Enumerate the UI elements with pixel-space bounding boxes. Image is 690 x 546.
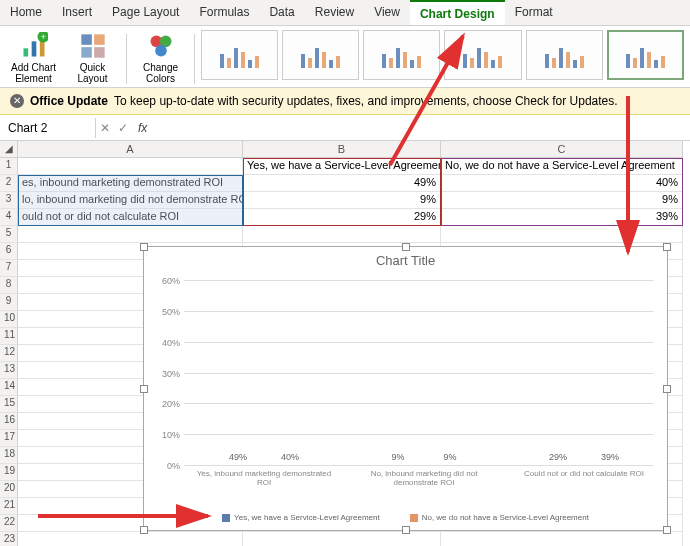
toolbar-separator [126, 34, 127, 84]
chart-resize-handle[interactable] [663, 385, 671, 393]
row-header-1[interactable]: 1 [0, 158, 18, 175]
chart-resize-handle[interactable] [140, 385, 148, 393]
col-header-a[interactable]: A [18, 141, 243, 158]
change-colors-label: Change Colors [137, 62, 184, 84]
x-axis-label-3: Could not or did not calculate ROI [514, 466, 654, 479]
chart-resize-handle[interactable] [140, 526, 148, 534]
cell-b3[interactable]: 9% [243, 192, 441, 209]
accept-formula-button[interactable]: ✓ [114, 121, 132, 135]
chart-resize-handle[interactable] [140, 243, 148, 251]
chart-resize-handle[interactable] [663, 243, 671, 251]
tab-review[interactable]: Review [305, 0, 364, 25]
svg-point-11 [155, 45, 167, 57]
chart-style-2[interactable] [282, 30, 359, 80]
svg-rect-5 [81, 34, 92, 45]
cell-a2[interactable]: es, inbound marketing demonstrated ROI [18, 175, 243, 192]
x-axis-label-2: No, inbound marketing did not demonstrat… [354, 466, 494, 488]
cell-c4[interactable]: 39% [441, 209, 683, 226]
chart-style-1[interactable] [201, 30, 278, 80]
cell-a1[interactable] [18, 158, 243, 175]
cell-b2[interactable]: 49% [243, 175, 441, 192]
fx-label: fx [132, 121, 153, 135]
col-header-b[interactable]: B [243, 141, 441, 158]
chart-style-4[interactable] [444, 30, 521, 80]
chart-style-6[interactable] [607, 30, 684, 80]
tab-format[interactable]: Format [505, 0, 563, 25]
toolbar-separator [194, 34, 195, 84]
add-chart-element-label: Add Chart Element [10, 62, 57, 84]
col-header-c[interactable]: C [441, 141, 683, 158]
svg-rect-1 [31, 41, 36, 56]
tab-page-layout[interactable]: Page Layout [102, 0, 189, 25]
svg-text:+: + [40, 32, 45, 42]
chart-resize-handle[interactable] [663, 526, 671, 534]
cell-c1[interactable]: No, we do not have a Service-Level Agree… [441, 158, 683, 175]
chart-plot-area[interactable]: 0% 10% 20% 30% 40% 50% 60% 49% 40% Yes, … [184, 281, 653, 466]
chart-style-3[interactable] [363, 30, 440, 80]
chart-style-5[interactable] [526, 30, 603, 80]
cell-b4[interactable]: 29% [243, 209, 441, 226]
tab-chart-design[interactable]: Chart Design [410, 0, 505, 25]
tab-formulas[interactable]: Formulas [189, 0, 259, 25]
row-header-5[interactable]: 5 [0, 226, 18, 243]
tab-insert[interactable]: Insert [52, 0, 102, 25]
change-colors-button[interactable]: Change Colors [133, 30, 188, 86]
cell-b1[interactable]: Yes, we have a Service-Level Agreement [243, 158, 441, 175]
update-title: Office Update [30, 94, 108, 108]
name-box[interactable]: Chart 2 [0, 118, 96, 138]
legend-label-1: Yes, we have a Service-Level Agreement [234, 513, 380, 522]
update-message: To keep up-to-date with security updates… [114, 94, 618, 108]
quick-layout-button[interactable]: Quick Layout [65, 30, 120, 86]
svg-rect-7 [81, 47, 92, 57]
cell-a4[interactable]: ould not or did not calculate ROI [18, 209, 243, 226]
embedded-chart[interactable]: Chart Title 0% 10% 20% 30% 40% 50% 60% 4… [143, 246, 668, 531]
row-header-2[interactable]: 2 [0, 175, 18, 192]
grid-body: 1 Yes, we have a Service-Level Agreement… [0, 158, 690, 546]
tab-view[interactable]: View [364, 0, 410, 25]
cell-c2[interactable]: 40% [441, 175, 683, 192]
chart-resize-handle[interactable] [402, 243, 410, 251]
row-header-3[interactable]: 3 [0, 192, 18, 209]
svg-rect-8 [94, 47, 105, 57]
legend-label-2: No, we do not have a Service-Level Agree… [422, 513, 589, 522]
close-update-bar-button[interactable]: ✕ [10, 94, 24, 108]
legend-swatch-blue [222, 514, 230, 522]
formula-bar: Chart 2 ✕ ✓ fx [0, 115, 690, 141]
cell-a3[interactable]: lo, inbound marketing did not demonstrat… [18, 192, 243, 209]
tab-data[interactable]: Data [259, 0, 304, 25]
spreadsheet-grid: ◢ A B C 1 Yes, we have a Service-Level A… [0, 141, 690, 546]
chart-resize-handle[interactable] [402, 526, 410, 534]
cancel-formula-button[interactable]: ✕ [96, 121, 114, 135]
office-update-bar: ✕ Office Update To keep up-to-date with … [0, 88, 690, 115]
formula-input[interactable] [153, 125, 690, 131]
tab-home[interactable]: Home [0, 0, 52, 25]
select-all-corner[interactable]: ◢ [0, 141, 18, 158]
chart-design-toolbar: + Add Chart Element Quick Layout Change … [0, 26, 690, 88]
x-axis-label-1: Yes, inbound marketing demonstrated ROI [194, 466, 334, 488]
ribbon-tabs: Home Insert Page Layout Formulas Data Re… [0, 0, 690, 26]
add-chart-element-button[interactable]: + Add Chart Element [6, 30, 61, 86]
change-colors-icon [147, 32, 175, 60]
legend-swatch-orange [410, 514, 418, 522]
chart-legend[interactable]: Yes, we have a Service-Level Agreement N… [144, 513, 667, 522]
cell-c3[interactable]: 9% [441, 192, 683, 209]
svg-rect-6 [94, 34, 105, 45]
quick-layout-label: Quick Layout [69, 62, 116, 84]
row-header-4[interactable]: 4 [0, 209, 18, 226]
chart-styles-gallery [201, 30, 684, 80]
svg-rect-0 [23, 48, 28, 56]
add-chart-element-icon: + [20, 32, 48, 60]
quick-layout-icon [79, 32, 107, 60]
